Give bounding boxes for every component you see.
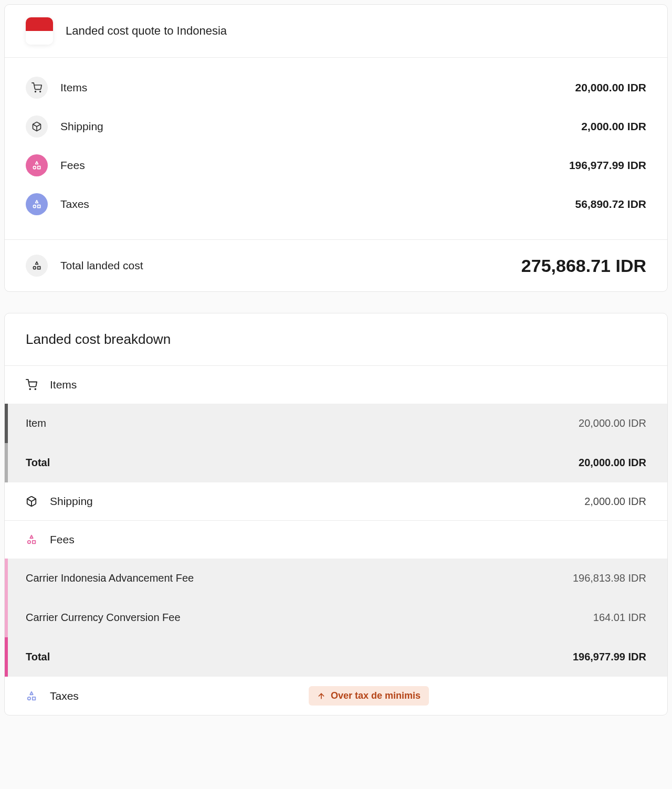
shapes-icon xyxy=(26,534,37,545)
fee-row-value: 164.01 IDR xyxy=(593,612,646,624)
svg-point-5 xyxy=(33,205,36,208)
badge-text: Over tax de minimis xyxy=(331,690,421,701)
fee-row-value: 196,813.98 IDR xyxy=(573,572,646,584)
shapes-icon xyxy=(26,690,37,702)
taxes-header-label: Taxes xyxy=(50,690,79,702)
svg-point-3 xyxy=(33,166,36,169)
shipping-value: 2,000.00 IDR xyxy=(581,120,646,133)
box-icon xyxy=(26,115,48,138)
breakdown-shipping-row: Shipping 2,000.00 IDR xyxy=(5,482,667,521)
fees-header-label: Fees xyxy=(50,533,75,546)
svg-point-0 xyxy=(35,91,36,92)
shipping-header-value: 2,000.00 IDR xyxy=(584,496,646,508)
svg-point-9 xyxy=(29,388,30,390)
svg-rect-8 xyxy=(38,267,40,269)
table-row: Item 20,000.00 IDR xyxy=(5,404,667,443)
items-total-label: Total xyxy=(26,457,50,469)
taxes-value: 56,890.72 IDR xyxy=(575,198,646,211)
items-value: 20,000.00 IDR xyxy=(575,81,646,94)
breakdown-taxes-header: Taxes Over tax de minimis xyxy=(5,677,667,715)
svg-rect-15 xyxy=(33,697,36,700)
cart-icon xyxy=(26,379,37,391)
items-total-value: 20,000.00 IDR xyxy=(579,457,646,469)
total-label: Total landed cost xyxy=(60,259,143,272)
fees-sub-section: Carrier Indonesia Advancement Fee 196,81… xyxy=(5,559,667,677)
breakdown-card: Landed cost breakdown Items Item 20,000.… xyxy=(4,313,668,716)
total-value: 275,868.71 IDR xyxy=(521,256,646,276)
shapes-icon xyxy=(26,255,48,277)
svg-point-1 xyxy=(40,91,41,92)
svg-rect-13 xyxy=(33,541,36,544)
table-row: Carrier Indonesia Advancement Fee 196,81… xyxy=(5,559,667,598)
svg-point-10 xyxy=(35,388,36,390)
quote-header: Landed cost quote to Indonesia xyxy=(5,5,667,58)
fee-row-label: Carrier Currency Conversion Fee xyxy=(26,612,181,624)
breakdown-fees-header: Fees xyxy=(5,521,667,559)
fees-total-value: 196,977.99 IDR xyxy=(573,651,646,663)
fees-value: 196,977.99 IDR xyxy=(569,159,646,172)
table-row: Carrier Currency Conversion Fee 164.01 I… xyxy=(5,598,667,637)
cart-icon xyxy=(26,77,48,99)
summary-section: Items 20,000.00 IDR Shipping 2,000.00 ID… xyxy=(5,58,667,239)
svg-point-7 xyxy=(33,267,36,269)
summary-row-items: Items 20,000.00 IDR xyxy=(26,68,646,107)
shipping-header-label: Shipping xyxy=(50,495,93,508)
items-sub-section: Item 20,000.00 IDR Total 20,000.00 IDR xyxy=(5,404,667,482)
svg-rect-4 xyxy=(38,166,40,169)
breakdown-items-header: Items xyxy=(5,366,667,404)
fees-label: Fees xyxy=(60,159,85,172)
svg-rect-6 xyxy=(38,205,40,208)
shapes-icon xyxy=(26,193,48,215)
item-row-value: 20,000.00 IDR xyxy=(579,417,646,429)
indonesia-flag-icon xyxy=(26,17,53,45)
quote-title: Landed cost quote to Indonesia xyxy=(66,24,227,38)
items-total-row: Total 20,000.00 IDR xyxy=(5,443,667,482)
fees-total-row: Total 196,977.99 IDR xyxy=(5,637,667,677)
item-row-label: Item xyxy=(26,417,46,429)
items-header-label: Items xyxy=(50,378,77,391)
shapes-icon xyxy=(26,154,48,176)
breakdown-title: Landed cost breakdown xyxy=(5,313,667,366)
summary-row-taxes: Taxes 56,890.72 IDR xyxy=(26,185,646,224)
summary-row-fees: Fees 196,977.99 IDR xyxy=(26,146,646,185)
svg-point-14 xyxy=(28,697,31,700)
taxes-label: Taxes xyxy=(60,198,89,211)
box-icon xyxy=(26,496,37,507)
quote-summary-card: Landed cost quote to Indonesia Items 20,… xyxy=(4,4,668,292)
summary-row-shipping: Shipping 2,000.00 IDR xyxy=(26,107,646,146)
svg-point-12 xyxy=(28,541,31,544)
arrow-up-icon xyxy=(317,692,326,700)
fee-row-label: Carrier Indonesia Advancement Fee xyxy=(26,572,194,584)
items-label: Items xyxy=(60,81,87,94)
de-minimis-badge: Over tax de minimis xyxy=(309,686,429,706)
shipping-label: Shipping xyxy=(60,120,103,133)
total-section: Total landed cost 275,868.71 IDR xyxy=(5,239,667,291)
fees-total-label: Total xyxy=(26,651,50,663)
